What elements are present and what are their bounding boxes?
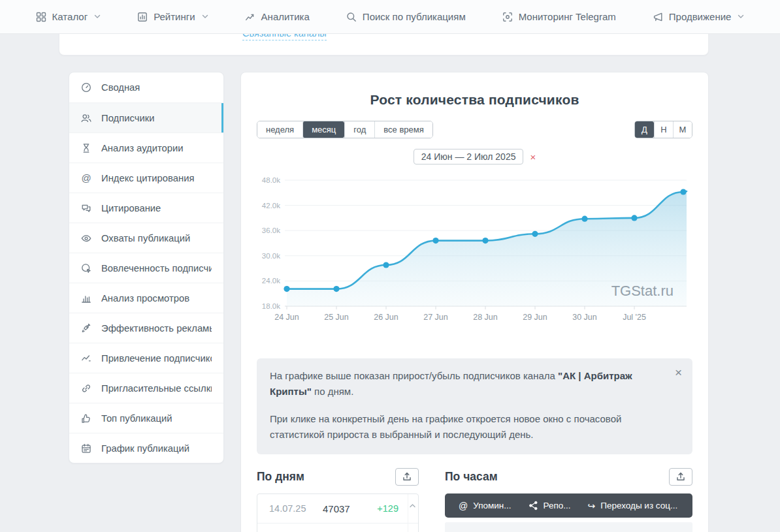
row-delta: +129 (377, 503, 398, 514)
scroll-up-icon[interactable] (410, 499, 415, 510)
mention-icon: @ (459, 501, 468, 511)
forward-arrow-icon: ↪ (588, 501, 596, 511)
by-hours-export-button[interactable] (669, 468, 692, 486)
svg-text:24.0k: 24.0k (262, 277, 280, 285)
info-box-close-icon[interactable]: × (675, 365, 682, 381)
sidebar-item-views-analysis[interactable]: Анализ просмотров (69, 283, 223, 313)
engagement-icon (81, 263, 91, 274)
by-days-export-button[interactable] (395, 468, 419, 486)
top-navigation: Каталог Рейтинги Аналитика Поиск по публ… (0, 0, 780, 34)
granularity-day-button[interactable]: Д (635, 121, 654, 138)
subscribers-chart-svg[interactable]: 48.0k42.0k36.0k30.0k24.0k18.0kTGStat.ru2… (255, 171, 694, 325)
table-scrollbar[interactable] (408, 494, 418, 532)
link-icon (81, 383, 91, 394)
svg-text:36.0k: 36.0k (262, 227, 280, 234)
at-sign-icon: @ (81, 172, 91, 183)
nav-label: Каталог (52, 11, 88, 22)
sidebar-item-engagement[interactable]: Вовлеченность подписчи... (69, 253, 223, 283)
granularity-week-button[interactable]: Н (654, 121, 673, 138)
nav-item-catalog[interactable]: Каталог (36, 11, 101, 22)
trend-icon (81, 353, 91, 364)
row-date: 14.07.25 (269, 503, 323, 514)
sidebar-item-subscribers[interactable]: Подписчики (69, 102, 223, 133)
svg-text:30.0k: 30.0k (262, 252, 280, 260)
subscribers-chart[interactable]: 48.0k42.0k36.0k30.0k24.0k18.0kTGStat.ru2… (255, 171, 708, 328)
svg-text:29 Jun: 29 Jun (523, 313, 547, 322)
scan-target-icon (502, 12, 513, 22)
chat-quote-icon (81, 203, 91, 213)
sidebar-item-audience-analysis[interactable]: Анализ аудитории (69, 133, 223, 163)
by-hours-title: По часам (445, 470, 498, 484)
nav-item-promotion[interactable]: Продвижение (653, 11, 745, 22)
svg-text:Jul '25: Jul '25 (623, 313, 646, 322)
thumbs-up-icon (81, 413, 91, 424)
period-week-button[interactable]: неделя (257, 121, 302, 138)
sidebar-item-citation[interactable]: Цитирование (69, 193, 223, 223)
mentions-button[interactable]: @ Упомин... (450, 493, 520, 518)
sidebar-item-citation-index[interactable]: @ Индекс цитирования (69, 163, 223, 193)
svg-text:27 Jun: 27 Jun (423, 313, 448, 322)
svg-text:48.0k: 48.0k (262, 176, 280, 184)
sidebar-item-top-posts[interactable]: Топ публикаций (69, 403, 223, 433)
mentions-label: Упомин... (473, 501, 511, 510)
period-button-group: неделя месяц год все время (257, 121, 433, 138)
date-range-row: 24 Июн — 2 Июл 2025 × (241, 149, 708, 164)
eye-icon (81, 233, 91, 243)
share-icon (528, 501, 538, 510)
sidebar-item-label: График публикаций (101, 443, 189, 454)
row-value: 47037 (323, 503, 370, 514)
reposts-label: Репо... (544, 501, 571, 510)
sidebar-item-label: Охваты публикаций (101, 233, 190, 243)
social-transitions-label: Переходы из соц... (600, 501, 677, 510)
granularity-month-button[interactable]: М (673, 121, 692, 138)
period-alltime-button[interactable]: все время (374, 121, 432, 138)
page: Каталог Рейтинги Аналитика Поиск по публ… (0, 0, 780, 532)
sidebar-item-post-reach[interactable]: Охваты публикаций (69, 223, 223, 253)
nav-item-post-search[interactable]: Поиск по публикациям (346, 11, 466, 22)
stats-section: По дням 14.07.25 47037 +129 13.07.25 469… (257, 467, 692, 532)
sidebar-item-post-schedule[interactable]: График публикаций (69, 433, 223, 463)
nav-label: Аналитика (261, 11, 310, 22)
by-days-table: 14.07.25 47037 +129 13.07.25 46908 -44 (257, 493, 419, 532)
sidebar-item-label: Подписчики (101, 113, 154, 123)
sidebar-item-ad-efficiency[interactable]: Эффективность рекламы (69, 313, 223, 343)
subscriber-growth-card: Рост количества подписчиков неделя месяц… (240, 72, 709, 532)
by-hours-toolbar: @ Упомин... Репо... ↪ Переходы из соц... (445, 493, 692, 518)
chart-controls: неделя месяц год все время Д Н М (257, 121, 692, 138)
sidebar-item-label: Анализ просмотров (101, 293, 189, 304)
date-range-close-icon[interactable]: × (530, 152, 536, 162)
gauge-icon (81, 82, 91, 93)
sidebar: Сводная Подписчики Анализ аудитории @ Ин… (69, 72, 224, 463)
hourglass-icon (81, 143, 91, 153)
svg-text:30 Jun: 30 Jun (572, 313, 597, 322)
grid-icon (36, 12, 46, 22)
table-row[interactable]: 13.07.25 46908 -44 (257, 523, 418, 532)
sidebar-item-label: Топ публикаций (101, 413, 172, 424)
date-range-badge: 24 Июн — 2 Июл 2025 (414, 149, 524, 164)
sidebar-item-summary[interactable]: Сводная (69, 72, 223, 102)
nav-item-telegram-monitoring[interactable]: Мониторинг Telegram (502, 11, 616, 22)
svg-text:42.0k: 42.0k (262, 202, 280, 210)
by-days-title: По дням (257, 470, 304, 484)
svg-text:28 Jun: 28 Jun (473, 313, 498, 322)
reposts-button[interactable]: Репо... (520, 493, 579, 518)
by-hours-row[interactable]: Пн, 14 Jul +129 (445, 522, 692, 532)
rocket-icon (81, 323, 91, 334)
sidebar-item-subscriber-attraction[interactable]: Привлечение подписчиков (69, 343, 223, 373)
export-icon (675, 471, 686, 482)
nav-item-ratings[interactable]: Рейтинги (137, 11, 208, 22)
period-month-button[interactable]: месяц (302, 121, 344, 138)
megaphone-icon (653, 12, 663, 22)
nav-label: Мониторинг Telegram (519, 11, 616, 22)
nav-item-analytics[interactable]: Аналитика (245, 11, 310, 22)
nav-label: Рейтинги (154, 11, 195, 22)
sidebar-item-invite-links[interactable]: Пригласительные ссылки (69, 373, 223, 403)
sidebar-item-label: Привлечение подписчиков (101, 353, 212, 364)
svg-text:18.0k: 18.0k (262, 302, 280, 310)
row-day-label: Пн, 14 Jul (454, 530, 498, 532)
users-icon (81, 113, 91, 123)
table-row[interactable]: 14.07.25 47037 +129 (257, 494, 418, 523)
svg-text:25 Jun: 25 Jun (324, 313, 349, 322)
period-year-button[interactable]: год (344, 121, 374, 138)
social-transitions-button[interactable]: ↪ Переходы из соц... (579, 493, 687, 518)
